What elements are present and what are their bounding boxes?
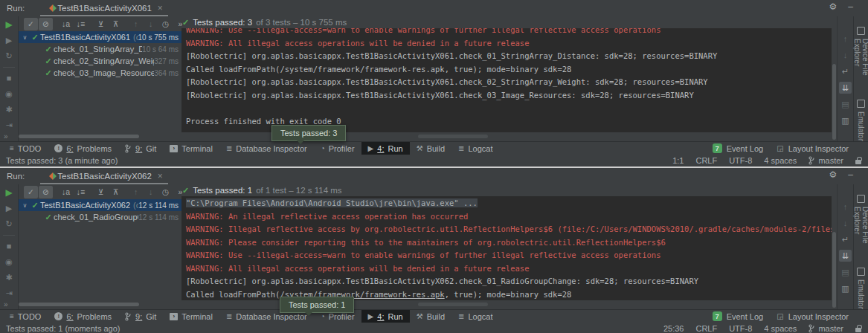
hide-window-icon[interactable]: – [848,1,853,12]
sort-alphabetically-button[interactable]: ↓a [59,18,73,30]
lock-icon[interactable] [855,160,861,164]
sort-by-duration-button[interactable]: ↓≡ [74,18,88,30]
test-history-button[interactable]: ◷ [158,186,173,198]
scroll-to-end-button[interactable]: ⇊ [839,82,852,94]
indent-indicator[interactable]: 4 spaces [764,324,797,333]
stop-button[interactable]: ■ [7,242,12,251]
run-configuration-tab[interactable]: TestB1BasicActivityX061 × [40,0,168,16]
gear-icon[interactable]: ⚙ [829,1,838,12]
statusbar-item-terminal[interactable]: › Terminal [163,142,219,155]
expand-all-button[interactable]: ⊻ [94,186,108,198]
tab-device-file-explorer[interactable]: Device File Explorer [853,195,868,250]
hide-window-icon[interactable]: – [848,169,853,180]
sort-by-duration-button[interactable]: ↓≡ [74,186,88,198]
collapse-all-button[interactable]: ⊼ [109,18,123,30]
screenshot-button[interactable]: ◉ [5,89,13,99]
statusbar-item-git[interactable]: 9: Git [118,310,163,323]
tree-horizontal-scrollbar[interactable] [19,303,139,306]
screenshot-button[interactable]: ◉ [5,257,13,267]
gear-icon[interactable]: ⚙ [829,169,838,180]
more-options-icon[interactable]: » [4,132,8,140]
print-button[interactable]: ▤ [839,266,852,278]
test-case-row[interactable]: ✓check_01_StringArray_Distance10 s 64 ms [19,43,181,55]
close-icon[interactable]: × [158,171,163,181]
test-case-row[interactable]: ✓check_02_StringArray_Weight327 ms [19,55,181,67]
statusbar-item-terminal[interactable]: › Terminal [163,310,219,323]
collapse-all-button[interactable]: ⊼ [109,186,123,198]
statusbar-item-todo[interactable]: ≡ TODO [3,310,48,323]
statusbar-item-run[interactable]: ▶ 4: Run [361,142,410,155]
soft-wrap-button[interactable]: ↵ [839,65,852,77]
toggle-auto-test-button[interactable]: ↻ [5,219,12,229]
down-stacktrace-button[interactable]: ↓ [839,217,852,229]
close-icon[interactable]: × [158,3,163,13]
test-suite-row[interactable]: ∨ ✓ TestB1BasicActivityX062 (org.aplas.b… [19,199,181,211]
rerun-failed-tests-button[interactable]: ▶ [6,36,12,45]
up-stacktrace-button[interactable]: ↑ [839,201,852,213]
attach-debugger-button[interactable]: ✱ [5,273,12,282]
tree-horizontal-scrollbar[interactable] [19,135,139,138]
chevron-down-icon[interactable]: ∨ [20,34,30,41]
console-vertical-scrollbar[interactable] [832,184,837,309]
exit-button[interactable]: ⇥ [5,120,12,130]
clear-console-button[interactable]: ▥ [839,114,852,126]
event-log-button[interactable]: 7 Event Log [713,311,764,321]
statusbar-item-problems[interactable]: ! 6: Problems [48,142,118,155]
statusbar-item-build[interactable]: ⚒ Build [410,310,451,323]
line-separator-indicator[interactable]: CRLF [695,324,717,333]
test-suite-row[interactable]: ∨ ✓ TestB1BasicActivityX061 (org.aplas.b… [19,31,181,43]
indent-indicator[interactable]: 4 spaces [764,156,797,165]
rerun-button[interactable]: ▶ [5,188,12,198]
tab-emulator[interactable]: Emulator [857,268,865,309]
tab-device-file-explorer[interactable]: Device File Explorer [853,27,868,82]
test-case-row[interactable]: ✓check_03_Image_Resources364 ms [19,67,181,79]
show-passed-button[interactable]: ✓ [24,186,38,198]
expand-all-button[interactable]: ⊻ [94,18,108,30]
chevron-down-icon[interactable]: ∨ [20,202,30,209]
previous-failed-test-button[interactable]: ↑ [129,18,143,30]
exit-button[interactable]: ⇥ [5,288,12,298]
rerun-button[interactable]: ▶ [5,20,12,30]
statusbar-item-profiler[interactable]: ◔ Profiler [314,142,361,155]
run-configuration-tab[interactable]: TestB1BasicActivityX062 × [40,168,168,184]
test-history-button[interactable]: ◷ [158,18,173,30]
attach-debugger-button[interactable]: ✱ [5,105,12,114]
soft-wrap-button[interactable]: ↵ [839,233,852,245]
scrollbar-thumb[interactable] [832,232,836,308]
statusbar-item-run[interactable]: ▶ 4: Run [361,310,410,323]
statusbar-item-todo[interactable]: ≡ TODO [3,142,48,155]
layout-inspector-button[interactable]: ◲ Layout Inspector [777,144,849,153]
scrollbar-thumb[interactable] [832,64,836,140]
git-branch-widget[interactable]: master [808,324,843,333]
statusbar-item-problems[interactable]: ! 6: Problems [48,310,118,323]
statusbar-item-git[interactable]: 9: Git [118,142,163,155]
stop-button[interactable]: ■ [7,74,12,83]
clear-console-button[interactable]: ▥ [839,282,852,294]
git-branch-widget[interactable]: master [808,156,843,165]
show-passed-button[interactable]: ✓ [24,18,38,30]
test-case-row[interactable]: ✓check_01_RadioGroupChange12 s 114 ms [19,211,181,223]
caret-position[interactable]: 1:1 [672,156,684,165]
more-options-icon[interactable]: » [4,300,8,308]
encoding-indicator[interactable]: UTF-8 [729,156,752,165]
console-horizontal-scrollbar[interactable] [418,303,488,306]
statusbar-item-logcat[interactable]: ≣ Logcat [451,142,499,155]
show-ignored-button[interactable]: ⊘ [39,186,53,198]
next-failed-test-button[interactable]: ↓ [144,186,158,198]
layout-inspector-button[interactable]: ◲ Layout Inspector [777,312,849,321]
down-stacktrace-button[interactable]: ↓ [839,49,852,61]
show-ignored-button[interactable]: ⊘ [39,18,53,30]
statusbar-item-build[interactable]: ⚒ Build [410,142,451,155]
tab-emulator[interactable]: Emulator [857,100,865,141]
line-separator-indicator[interactable]: CRLF [695,156,717,165]
console-output[interactable]: WARNING: Use --illegal-access=warn to en… [181,28,832,132]
previous-failed-test-button[interactable]: ↑ [129,186,143,198]
console-output[interactable]: "C:\Program Files\Android\Android Studio… [181,196,832,300]
sort-alphabetically-button[interactable]: ↓a [59,186,73,198]
caret-position[interactable]: 25:36 [663,324,684,333]
up-stacktrace-button[interactable]: ↑ [839,33,852,45]
lock-icon[interactable] [855,328,861,332]
rerun-failed-tests-button[interactable]: ▶ [6,204,12,213]
console-horizontal-scrollbar[interactable] [418,135,488,138]
next-failed-test-button[interactable]: ↓ [144,18,158,30]
